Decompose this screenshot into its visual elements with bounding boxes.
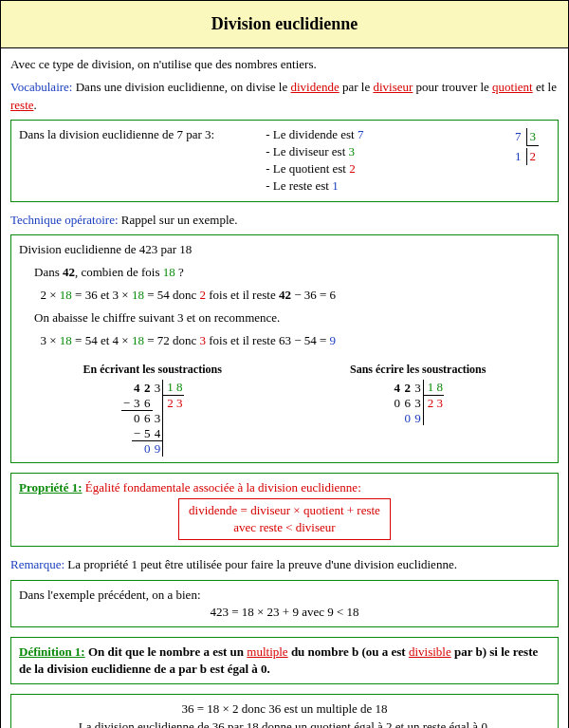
s2a: 5: [142, 426, 153, 441]
quotient: 2 3: [163, 396, 184, 411]
box-example-multiple: 36 = 18 × 2 donc 36 est un multiple de 1…: [10, 694, 559, 728]
t: - Le quotient est: [266, 161, 349, 176]
tech-label: Technique opératoire:: [10, 213, 119, 227]
g: 18: [132, 333, 144, 347]
t: Dans une division euclidienne, on divise…: [72, 80, 290, 94]
term-multiple: multiple: [247, 644, 287, 659]
t: du nombre b (ou a est: [288, 644, 409, 659]
t: ?: [175, 265, 184, 279]
g: 18: [132, 288, 144, 302]
mini-r: 1: [512, 148, 524, 165]
li-reste: - Le reste est 1: [266, 177, 363, 195]
prop-eq2: avec reste < diviseur: [189, 519, 380, 536]
t: = 72 donc: [144, 333, 200, 347]
remarque-label: Remarque:: [10, 557, 64, 571]
d1: 4: [395, 381, 401, 395]
s1a: 3: [132, 396, 142, 411]
box3-lead: Dans l'exemple précédent, on a bien:: [19, 587, 550, 604]
mini-b: 3: [526, 128, 540, 146]
mini-division: 7 3 1 2: [510, 126, 541, 167]
box1-lead: Dans la division euclidienne de 7 par 3:: [19, 126, 229, 196]
t: − 36 = 6: [291, 288, 336, 302]
abaisse: On abaisse le chiffre suivant 3 et on re…: [19, 309, 550, 327]
li-diviseur: - Le diviseur est 3: [266, 143, 363, 160]
term-diviseur: diviseur: [373, 80, 413, 94]
b3: 3: [153, 411, 163, 426]
mini-q: 2: [526, 148, 540, 165]
page-title: Division euclidienne: [1, 1, 568, 48]
divisor: 1 8: [163, 380, 184, 395]
box1-text: Dans la division euclidienne de 7 par 3:…: [19, 126, 510, 196]
t: - Le diviseur est: [266, 144, 348, 159]
val: 1: [332, 178, 339, 193]
remarque-line: Remarque: La propriété 1 peut être utili…: [10, 556, 559, 573]
r2: 9: [153, 441, 163, 457]
box-example-7-3: Dans la division euclidienne de 7 par 3:…: [10, 120, 559, 202]
d2: 2: [144, 381, 151, 395]
val: 3: [349, 144, 356, 159]
t: = 54 et 4 ×: [72, 333, 132, 347]
t: - Le reste est: [266, 178, 332, 193]
s1b: 6: [142, 396, 153, 411]
prop-label: Propriété 1:: [19, 480, 83, 495]
line-2x18: 2 × 18 = 36 et 3 × 18 = 54 donc 2 fois e…: [19, 287, 550, 304]
content-area: Avec ce type de division, on n'utilise q…: [1, 48, 568, 728]
b2: 6: [142, 411, 153, 426]
t: par le: [340, 80, 374, 94]
page-frame: Division euclidienne Avec ce type de div…: [0, 0, 569, 728]
g: 18: [60, 333, 72, 347]
b1: 0: [392, 396, 402, 411]
val: 7: [358, 127, 364, 141]
t: .: [34, 98, 37, 112]
longdiv-without-sub: 4 2 3 1 8 0 6 3 2 3 0: [392, 380, 444, 425]
t: fois et il reste 63 − 54 =: [206, 333, 330, 347]
r1: 0: [402, 411, 413, 426]
def-line: Définition 1: On dit que le nombre a est…: [19, 644, 550, 678]
d1: 4: [134, 381, 140, 395]
term-divisible: divisible: [409, 644, 451, 659]
box5-l2: La division euclidienne de 36 par 18 don…: [19, 719, 550, 728]
col-without-sub: Sans écrire les soustractions 4 2 3 1 8 …: [350, 356, 486, 457]
d2: 2: [405, 381, 412, 395]
vocabulary-line: Vocabulaire: Dans une division euclidien…: [10, 79, 559, 113]
box-definition-1: Définition 1: On dit que le nombre a est…: [10, 637, 559, 684]
box-worked-example: Division euclidienne de 423 par 18 Dans …: [10, 234, 559, 463]
divisor: 1 8: [423, 380, 444, 395]
two-longdiv-columns: En écrivant les soustractions 4 2 3 1 8 …: [19, 356, 550, 457]
intro-text: Avec ce type de division, on n'utilise q…: [10, 56, 559, 73]
t: 2 ×: [41, 288, 60, 302]
b9: 9: [330, 333, 337, 347]
r2: 9: [413, 411, 423, 426]
box-example-proof: Dans l'exemple précédent, on a bien: 423…: [10, 580, 559, 627]
t: - Le dividende est: [266, 127, 358, 141]
li-quotient: - Le quotient est 2: [266, 160, 363, 177]
h-without-sub: Sans écrire les soustractions: [350, 362, 486, 378]
def-label: Définition 1:: [19, 644, 85, 659]
prop-formula-box: dividende = diviseur × quotient + reste …: [178, 498, 391, 540]
prop-eq1: dividende = diviseur × quotient + reste: [189, 502, 380, 519]
g: 18: [60, 288, 72, 302]
t: 3 ×: [41, 333, 60, 347]
t: Rappel sur un exemple.: [119, 213, 238, 227]
worked-head: Division euclidienne de 423 par 18: [19, 241, 550, 258]
box3-eq: 423 = 18 × 23 + 9 avec 9 < 18: [19, 604, 550, 621]
d3: 3: [413, 380, 423, 395]
box-property-1: Propriété 1: Égalité fondamentale associ…: [10, 473, 559, 548]
prop-line: Propriété 1: Égalité fondamentale associ…: [19, 479, 550, 496]
quotient: 2 3: [423, 396, 444, 411]
t: fois et il reste: [206, 288, 279, 302]
val: 2: [349, 161, 356, 176]
col-with-sub: En écrivant les soustractions 4 2 3 1 8 …: [83, 356, 222, 457]
q1: Dans 42, combien de fois 18 ?: [19, 264, 550, 281]
longdiv-with-sub: 4 2 3 1 8 − 3 6 2 3: [121, 380, 184, 456]
term-dividende: dividende: [290, 80, 339, 94]
t: , combien de fois: [75, 265, 163, 279]
h-with-sub: En écrivant les soustractions: [83, 362, 222, 378]
b3: 3: [413, 396, 423, 411]
t: La propriété 1 peut être utilisée pour f…: [64, 557, 457, 571]
b42: 42: [279, 288, 291, 302]
t: = 36 et 3 ×: [72, 288, 132, 302]
t: Dans: [34, 265, 63, 279]
term-reste: reste: [10, 98, 34, 112]
d3: 3: [153, 380, 163, 395]
